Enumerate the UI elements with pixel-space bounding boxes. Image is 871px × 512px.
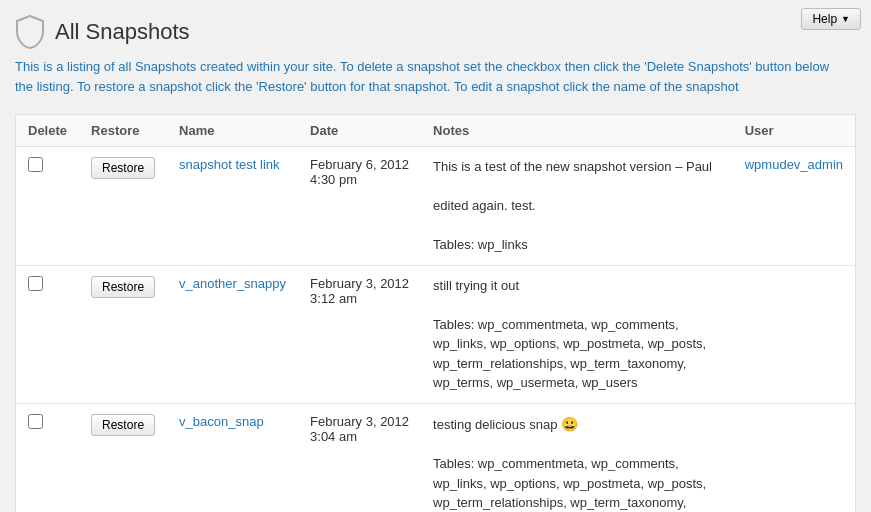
name-cell-1: snapshot test link xyxy=(167,147,298,266)
restore-cell-2: Restore xyxy=(79,265,167,403)
snapshots-table: Delete Restore Name Date Notes User Rest… xyxy=(16,115,855,512)
snapshot-link-2[interactable]: v_another_snappy xyxy=(179,276,286,291)
delete-checkbox-2[interactable] xyxy=(28,276,43,291)
delete-cell-3 xyxy=(16,403,79,512)
table-row: Restore v_another_snappy February 3, 201… xyxy=(16,265,855,403)
col-header-delete: Delete xyxy=(16,115,79,147)
page-header: All Snapshots xyxy=(15,15,856,49)
chevron-down-icon: ▼ xyxy=(841,14,850,24)
notes-cell-1: This is a test of the new snapshot versi… xyxy=(421,147,733,266)
delete-cell-2 xyxy=(16,265,79,403)
table-header-row: Delete Restore Name Date Notes User xyxy=(16,115,855,147)
restore-cell-3: Restore xyxy=(79,403,167,512)
restore-button-1[interactable]: Restore xyxy=(91,157,155,179)
restore-button-2[interactable]: Restore xyxy=(91,276,155,298)
help-label: Help xyxy=(812,12,837,26)
help-button[interactable]: Help ▼ xyxy=(801,8,861,30)
date-cell-1: February 6, 20124:30 pm xyxy=(298,147,421,266)
user-cell-3 xyxy=(733,403,855,512)
delete-cell-1 xyxy=(16,147,79,266)
smiley-icon: 😀 xyxy=(561,416,578,432)
table-row: Restore v_bacon_snap February 3, 20123:0… xyxy=(16,403,855,512)
shield-icon xyxy=(15,15,45,49)
page-description: This is a listing of all Snapshots creat… xyxy=(15,57,835,96)
col-header-date: Date xyxy=(298,115,421,147)
delete-checkbox-3[interactable] xyxy=(28,414,43,429)
date-cell-2: February 3, 20123:12 am xyxy=(298,265,421,403)
notes-cell-3: testing delicious snap 😀 Tables: wp_comm… xyxy=(421,403,733,512)
snapshots-table-container: Delete Restore Name Date Notes User Rest… xyxy=(15,114,856,512)
user-cell-1: wpmudev_admin xyxy=(733,147,855,266)
name-cell-2: v_another_snappy xyxy=(167,265,298,403)
name-cell-3: v_bacon_snap xyxy=(167,403,298,512)
col-header-restore: Restore xyxy=(79,115,167,147)
col-header-notes: Notes xyxy=(421,115,733,147)
user-link-1[interactable]: wpmudev_admin xyxy=(745,157,843,172)
date-cell-3: February 3, 20123:04 am xyxy=(298,403,421,512)
table-row: Restore snapshot test link February 6, 2… xyxy=(16,147,855,266)
notes-cell-2: still trying it out Tables: wp_commentme… xyxy=(421,265,733,403)
restore-button-3[interactable]: Restore xyxy=(91,414,155,436)
page-title: All Snapshots xyxy=(55,19,190,45)
restore-cell-1: Restore xyxy=(79,147,167,266)
snapshot-link-1[interactable]: snapshot test link xyxy=(179,157,279,172)
col-header-name: Name xyxy=(167,115,298,147)
snapshot-link-3[interactable]: v_bacon_snap xyxy=(179,414,264,429)
delete-checkbox-1[interactable] xyxy=(28,157,43,172)
col-header-user: User xyxy=(733,115,855,147)
user-cell-2 xyxy=(733,265,855,403)
